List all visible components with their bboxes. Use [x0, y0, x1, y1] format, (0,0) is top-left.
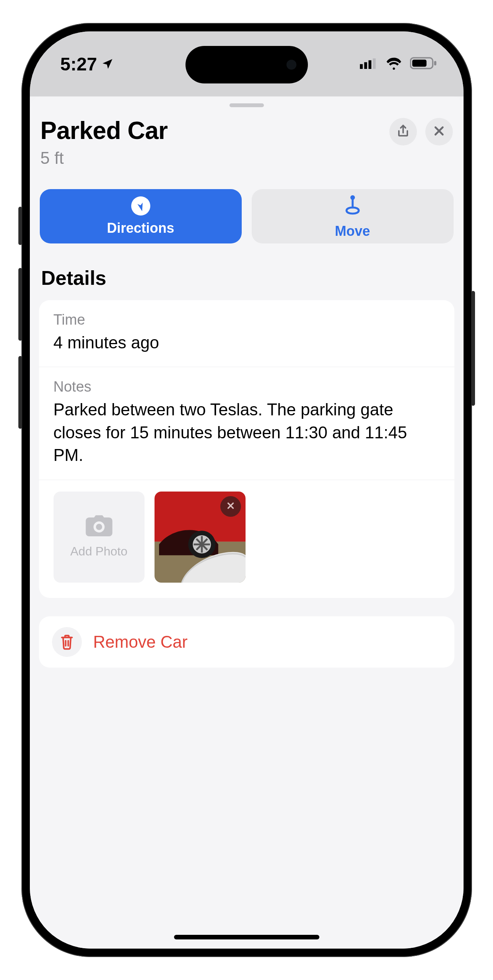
directions-label: Directions: [107, 220, 174, 236]
phone-mockup: 5:27: [21, 23, 472, 957]
camera-icon: [85, 515, 113, 539]
details-card: Time 4 minutes ago Notes Parked between …: [39, 300, 454, 598]
svg-rect-3: [373, 59, 376, 69]
pin-move-icon: [343, 194, 362, 219]
svg-rect-6: [434, 61, 436, 65]
share-icon: [396, 124, 410, 140]
parked-car-sheet: Parked Car 5 ft: [30, 96, 464, 949]
wifi-icon: [386, 56, 403, 72]
add-photo-label: Add Photo: [70, 544, 127, 559]
notes-value: Parked between two Teslas. The parking g…: [54, 398, 440, 466]
time-value: 4 minutes ago: [54, 331, 440, 354]
remove-car-button[interactable]: Remove Car: [39, 616, 454, 668]
move-button[interactable]: Move: [252, 189, 454, 243]
close-icon: [432, 124, 446, 140]
notes-cell[interactable]: Notes Parked between two Teslas. The par…: [39, 367, 454, 480]
add-photo-button[interactable]: Add Photo: [54, 492, 145, 583]
notes-label: Notes: [54, 379, 440, 395]
dynamic-island: [185, 46, 308, 83]
photos-cell: Add Photo: [39, 480, 454, 598]
remove-car-label: Remove Car: [93, 632, 188, 652]
remove-photo-button[interactable]: [220, 496, 241, 517]
side-button: [18, 268, 22, 341]
home-indicator[interactable]: [174, 935, 319, 939]
cellular-icon: [360, 57, 379, 70]
page-title: Parked Car: [41, 116, 168, 145]
directions-button[interactable]: Directions: [40, 189, 242, 243]
trash-icon: [52, 627, 82, 657]
time-label: Time: [54, 312, 440, 328]
share-button[interactable]: [389, 118, 417, 145]
distance-label: 5 ft: [41, 149, 168, 168]
close-button[interactable]: [425, 118, 453, 145]
side-button: [18, 356, 22, 429]
svg-rect-1: [364, 62, 367, 69]
side-button: [18, 207, 22, 245]
location-icon: [101, 54, 114, 75]
svg-rect-0: [360, 64, 363, 69]
move-label: Move: [335, 223, 370, 239]
svg-rect-5: [412, 60, 426, 67]
parked-car-photo[interactable]: [155, 492, 246, 583]
time-cell: Time 4 minutes ago: [39, 300, 454, 367]
close-icon: [226, 501, 236, 512]
svg-rect-2: [368, 60, 371, 69]
sheet-grabber[interactable]: [229, 103, 264, 107]
directions-icon: [131, 196, 150, 216]
details-heading: Details: [41, 266, 454, 289]
side-button: [471, 291, 475, 406]
svg-point-8: [106, 520, 108, 523]
battery-icon: [410, 57, 437, 71]
status-time: 5:27: [60, 54, 97, 75]
